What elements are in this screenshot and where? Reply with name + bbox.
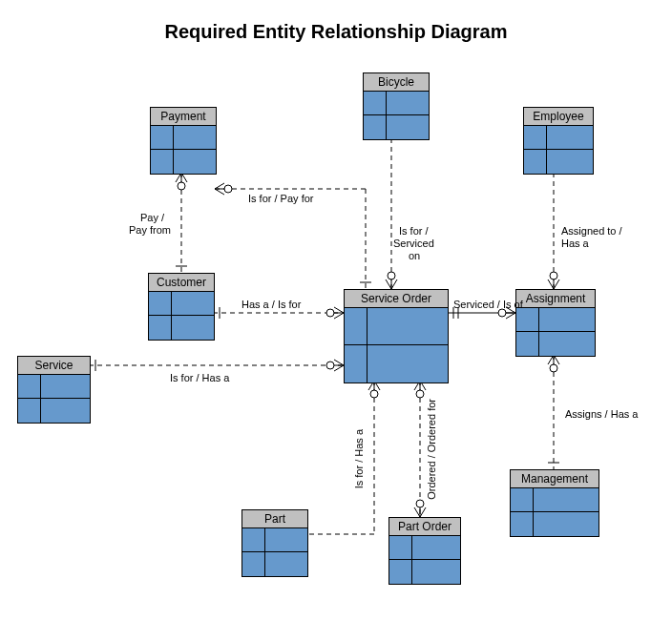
entity-employee-title: Employee — [524, 108, 593, 126]
label-employee-assignment-1: Assigned to / — [561, 225, 622, 238]
entity-service: Service — [17, 356, 91, 424]
entity-customer: Customer — [148, 273, 215, 341]
entity-management-title: Management — [511, 470, 598, 488]
entity-part-title: Part — [242, 510, 307, 528]
label-customer-serviceorder: Has a / Is for — [242, 299, 301, 311]
entity-part-order: Part Order — [388, 517, 461, 585]
entity-bicycle: Bicycle — [363, 72, 430, 140]
entity-assignment-title: Assignment — [516, 290, 595, 308]
label-payment-customer-1: Pay / — [140, 212, 164, 224]
entity-assignment: Assignment — [515, 289, 596, 357]
entity-employee: Employee — [523, 107, 594, 175]
label-service-serviceorder: Is for / Has a — [170, 372, 229, 384]
label-bicycle-serviceorder-3: on — [409, 250, 420, 262]
entity-part: Part — [242, 509, 308, 577]
label-assignment-management: Assigns / Has a — [565, 408, 638, 421]
entity-service-order: Service Order — [344, 289, 449, 383]
label-employee-assignment-2: Has a — [561, 238, 589, 250]
label-serviceorder-assignment: Serviced / Is of — [453, 299, 523, 311]
label-payment-customer-2: Pay from — [129, 224, 171, 237]
entity-part-order-title: Part Order — [389, 518, 460, 536]
label-bicycle-serviceorder-2: Serviced — [393, 238, 434, 250]
label-bicycle-serviceorder-1: Is for / — [399, 225, 429, 238]
entity-customer-title: Customer — [149, 274, 214, 292]
entity-service-order-title: Service Order — [345, 290, 448, 308]
entity-management: Management — [510, 469, 599, 537]
entity-bicycle-title: Bicycle — [364, 73, 429, 92]
entity-payment: Payment — [150, 107, 217, 175]
diagram-title: Required Entity Relationship Diagram — [0, 21, 672, 43]
label-partorder-serviceorder: Ordered / Ordered for — [426, 399, 438, 500]
label-part-serviceorder: Is for / Has a — [353, 429, 366, 488]
entity-payment-title: Payment — [151, 108, 216, 126]
label-payment-serviceorder: Is for / Pay for — [248, 193, 313, 205]
entity-service-title: Service — [18, 357, 90, 375]
